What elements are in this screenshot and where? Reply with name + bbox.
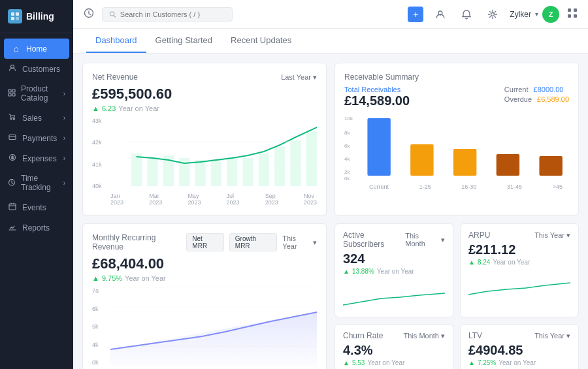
badge-growth-mrr: Growth MRR — [229, 233, 278, 251]
settings-icon[interactable] — [483, 5, 502, 24]
svg-rect-3 — [16, 17, 19, 20]
arpu-title: ARPU — [468, 231, 490, 240]
svg-rect-47 — [497, 154, 519, 176]
mrr-title: Monthly Recurring Revenue — [92, 233, 186, 251]
sidebar-label-home: Home — [26, 44, 47, 54]
active-subscribers-chart — [343, 279, 445, 308]
sidebar-item-home[interactable]: ⌂ Home — [4, 39, 69, 59]
sidebar-label-expenses: Expenses — [22, 154, 57, 163]
svg-rect-27 — [195, 160, 205, 186]
badge-net-mrr: Net MRR — [186, 233, 223, 251]
chevron-down-icon: ▾ — [535, 10, 538, 18]
mrr-amount: £68,404.00 — [92, 255, 317, 272]
clock-icon[interactable] — [84, 8, 94, 20]
svg-rect-14 — [9, 204, 16, 210]
svg-rect-22 — [574, 14, 577, 18]
growth-arrow-up: ▲ — [92, 274, 99, 282]
expenses-icon — [8, 153, 17, 163]
svg-rect-31 — [259, 153, 269, 186]
add-button[interactable]: + — [408, 7, 423, 22]
svg-rect-44 — [367, 118, 390, 176]
net-revenue-chart — [126, 118, 317, 189]
svg-point-10 — [13, 118, 14, 120]
sidebar-item-customers[interactable]: Customers — [0, 59, 73, 79]
chevron-icon: ▾ — [566, 332, 570, 340]
events-icon — [8, 202, 17, 212]
net-revenue-title: Net Revenue — [92, 72, 138, 82]
sidebar-label-customers: Customers — [22, 65, 60, 74]
product-catalog-icon — [8, 89, 16, 99]
overdue-value: £6,589.00 — [537, 95, 569, 103]
topbar-actions: + Zylker ▾ Z — [408, 5, 578, 24]
sidebar-nav: ⌂ Home Customers Product Catalog › Sales… — [0, 33, 73, 369]
user-menu[interactable]: Zylker ▾ Z — [510, 6, 559, 23]
svg-text:6k: 6k — [344, 143, 351, 149]
grid-icon[interactable] — [567, 8, 578, 21]
sidebar-label-sales: Sales — [22, 114, 42, 123]
contacts-icon[interactable] — [431, 5, 449, 24]
search-bar[interactable] — [102, 7, 233, 22]
ltv-period[interactable]: This Year ▾ — [534, 332, 570, 340]
search-icon — [109, 10, 116, 18]
overdue-label: Overdue — [504, 95, 532, 103]
svg-text:8k: 8k — [344, 130, 351, 136]
sidebar-item-payments[interactable]: Payments › — [0, 128, 73, 148]
logo-icon — [8, 9, 22, 24]
net-revenue-card: Net Revenue Last Year ▾ £595,500.60 ▲ 6.… — [82, 63, 327, 216]
svg-rect-45 — [410, 144, 433, 176]
sidebar-item-events[interactable]: Events — [0, 197, 73, 217]
sidebar-item-time-tracking[interactable]: Time Tracking › — [0, 168, 73, 197]
sidebar-label-payments: Payments — [22, 134, 57, 143]
sidebar-item-product-catalog[interactable]: Product Catalog › — [0, 79, 73, 108]
main-content: + Zylker ▾ Z Dashboard Getting Started R… — [73, 0, 588, 369]
mrr-growth: ▲ 9.75% Year on Year — [92, 274, 317, 282]
svg-rect-23 — [131, 153, 142, 186]
sidebar-item-expenses[interactable]: Expenses › — [0, 148, 73, 168]
svg-rect-5 — [8, 89, 11, 92]
active-subscribers-period[interactable]: This Month ▾ — [405, 232, 445, 248]
mrr-period[interactable]: This Year ▾ — [282, 234, 317, 250]
sidebar-label-product-catalog: Product Catalog — [21, 84, 58, 103]
sidebar-item-reports[interactable]: Reports — [0, 217, 73, 238]
tab-getting-started[interactable]: Getting Started — [146, 29, 221, 53]
notifications-icon[interactable] — [457, 5, 476, 24]
receivable-total-amount: £14,589.00 — [344, 93, 410, 108]
sidebar: Billing ⌂ Home Customers Product Catalog… — [0, 0, 73, 369]
chevron-icon: ▾ — [313, 73, 317, 82]
user-name: Zylker — [510, 10, 531, 19]
svg-rect-8 — [12, 93, 15, 96]
tab-dashboard[interactable]: Dashboard — [86, 29, 146, 53]
bottom-right-cards: Active Subscribers This Month ▾ 324 ▲ 13… — [335, 223, 579, 369]
payments-icon — [8, 133, 17, 143]
receivable-summary-card: Receivable Summary Total Receivables £14… — [335, 63, 579, 216]
active-subscribers-title: Active Subscribers — [343, 231, 405, 249]
product-catalog-arrow: › — [63, 90, 65, 97]
svg-rect-34 — [306, 131, 317, 186]
svg-text:0k: 0k — [344, 176, 351, 180]
net-revenue-period[interactable]: Last Year ▾ — [281, 73, 317, 82]
svg-text:4k: 4k — [344, 156, 351, 162]
churn-rate-title: Churn Rate — [343, 331, 383, 340]
sidebar-item-sales[interactable]: Sales › — [0, 108, 73, 128]
active-subscribers-card: Active Subscribers This Month ▾ 324 ▲ 13… — [335, 223, 453, 317]
payments-arrow: › — [63, 135, 65, 142]
svg-rect-21 — [568, 14, 571, 18]
svg-point-18 — [491, 12, 495, 16]
app-name: Billing — [26, 11, 54, 22]
sidebar-label-time-tracking: Time Tracking — [21, 174, 58, 192]
arpu-period[interactable]: This Year ▾ — [534, 231, 570, 240]
growth-arrow-up: ▲ — [92, 104, 99, 112]
dashboard-content: Net Revenue Last Year ▾ £595,500.60 ▲ 6.… — [73, 54, 588, 369]
search-input[interactable] — [120, 10, 225, 18]
arpu-amount: £211.12 — [468, 242, 570, 257]
tab-recent-updates[interactable]: Recent Updates — [221, 29, 301, 53]
current-label: Current — [504, 86, 529, 93]
receivable-chart: 10k 8k 6k 4k 2k 0k — [344, 115, 569, 180]
sales-arrow: › — [63, 114, 65, 121]
svg-rect-24 — [147, 157, 157, 186]
net-revenue-growth: ▲ 6.23 Year on Year — [92, 104, 317, 112]
churn-rate-period[interactable]: This Month ▾ — [404, 332, 445, 340]
svg-rect-32 — [274, 147, 285, 186]
ltv-growth: ▲ 7.25% Year on Year — [468, 359, 570, 366]
svg-point-16 — [110, 11, 114, 15]
